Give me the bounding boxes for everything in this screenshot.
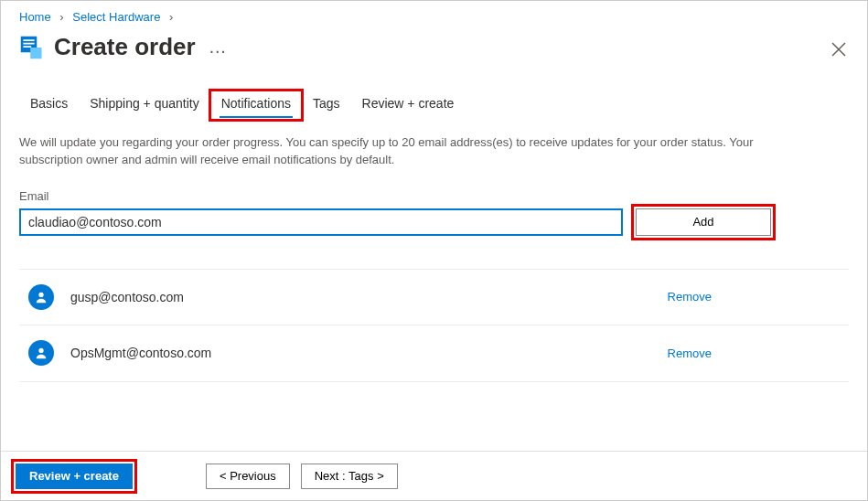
email-label: Email bbox=[1, 169, 867, 208]
svg-rect-1 bbox=[23, 39, 34, 41]
notifications-description: We will update you regarding your order … bbox=[1, 120, 815, 169]
email-list: gusp@contoso.com Remove OpsMgmt@contoso.… bbox=[1, 269, 867, 382]
review-create-button[interactable]: Review + create bbox=[16, 464, 133, 489]
tab-review[interactable]: Review + create bbox=[351, 91, 466, 120]
svg-point-8 bbox=[38, 348, 43, 353]
avatar bbox=[28, 284, 54, 310]
email-input[interactable] bbox=[19, 208, 623, 236]
add-button[interactable]: Add bbox=[636, 208, 771, 236]
close-button[interactable] bbox=[830, 41, 847, 58]
tab-shipping[interactable]: Shipping + quantity bbox=[79, 91, 209, 120]
tab-tags[interactable]: Tags bbox=[302, 91, 351, 120]
list-item: gusp@contoso.com Remove bbox=[19, 269, 849, 325]
email-address: gusp@contoso.com bbox=[70, 290, 668, 304]
remove-link[interactable]: Remove bbox=[668, 346, 712, 360]
avatar bbox=[28, 340, 54, 366]
svg-rect-4 bbox=[30, 48, 41, 59]
person-icon bbox=[35, 291, 48, 304]
tabs: Basics Shipping + quantity Notifications… bbox=[1, 74, 867, 120]
remove-link[interactable]: Remove bbox=[668, 290, 712, 304]
previous-button[interactable]: < Previous bbox=[206, 464, 290, 489]
tab-basics[interactable]: Basics bbox=[19, 91, 79, 120]
svg-rect-3 bbox=[23, 46, 31, 48]
breadcrumb-select-hardware[interactable]: Select Hardware bbox=[72, 10, 160, 24]
list-item: OpsMgmt@contoso.com Remove bbox=[19, 325, 849, 382]
tab-notifications[interactable]: Notifications bbox=[210, 91, 302, 120]
email-address: OpsMgmt@contoso.com bbox=[70, 346, 668, 360]
close-icon bbox=[830, 41, 847, 58]
chevron-right-icon: › bbox=[59, 10, 63, 24]
next-button[interactable]: Next : Tags > bbox=[301, 464, 398, 489]
more-button[interactable]: … bbox=[209, 37, 227, 58]
order-icon bbox=[19, 35, 45, 60]
person-icon bbox=[35, 346, 48, 359]
page-header: Create order … bbox=[1, 27, 867, 74]
breadcrumb-home[interactable]: Home bbox=[19, 10, 51, 24]
svg-rect-2 bbox=[23, 42, 34, 44]
svg-point-7 bbox=[38, 292, 43, 296]
breadcrumb: Home › Select Hardware › bbox=[1, 1, 867, 27]
chevron-right-icon: › bbox=[169, 10, 173, 24]
page-title: Create order bbox=[54, 33, 196, 61]
footer: Review + create < Previous Next : Tags > bbox=[1, 451, 867, 500]
